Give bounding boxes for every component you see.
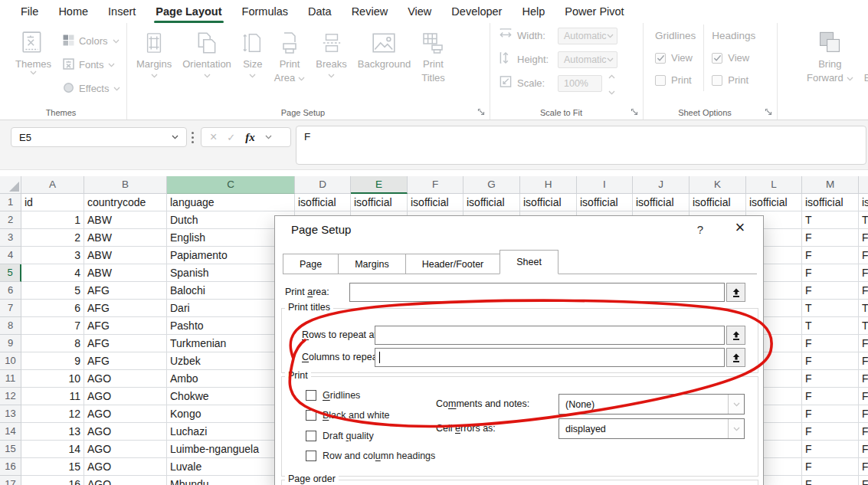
name-box[interactable]: E5 bbox=[11, 127, 187, 147]
cell[interactable]: F bbox=[859, 405, 868, 423]
column-header-f[interactable]: F bbox=[408, 176, 463, 194]
checkbox-gridlines[interactable]: Gridlines bbox=[306, 390, 360, 401]
menu-tab-page-layout[interactable]: Page Layout bbox=[146, 0, 231, 23]
cell[interactable]: F bbox=[802, 335, 859, 352]
cell[interactable]: F bbox=[859, 441, 868, 458]
cell[interactable]: F bbox=[859, 229, 868, 247]
cell[interactable]: F bbox=[859, 247, 868, 264]
cell[interactable]: F bbox=[802, 264, 859, 282]
columns-to-repeat-field[interactable] bbox=[375, 348, 725, 367]
effects-button[interactable]: Effects bbox=[60, 77, 124, 100]
cell[interactable]: F bbox=[802, 405, 859, 423]
menu-tab-power-pivot[interactable]: Power Pivot bbox=[555, 0, 634, 23]
select-all-corner[interactable] bbox=[0, 176, 21, 194]
send-backward-button[interactable]: SendBackward bbox=[859, 23, 868, 84]
print-titles-button[interactable]: PrintTitles bbox=[416, 23, 450, 84]
cell[interactable]: isofficial bbox=[859, 194, 868, 211]
row-header-7[interactable]: 7 bbox=[0, 300, 21, 317]
cell[interactable]: 2 bbox=[21, 229, 84, 247]
row-header-6[interactable]: 6 bbox=[0, 282, 21, 300]
row-header-8[interactable]: 8 bbox=[0, 317, 21, 335]
cell[interactable]: F bbox=[802, 388, 859, 405]
chevron-down-icon[interactable] bbox=[265, 135, 272, 139]
cell[interactable]: 11 bbox=[21, 388, 84, 405]
cell[interactable]: 14 bbox=[21, 441, 84, 458]
cell[interactable]: countrycode bbox=[84, 194, 167, 211]
cell[interactable]: 6 bbox=[21, 300, 84, 317]
cell[interactable]: 7 bbox=[21, 317, 84, 335]
cell[interactable]: F bbox=[802, 370, 859, 388]
cell[interactable]: ABW bbox=[84, 229, 167, 247]
cell[interactable]: T bbox=[859, 211, 868, 229]
cell-errors-as-select[interactable]: displayed bbox=[558, 418, 745, 439]
comments-and-notes-select[interactable]: (None) bbox=[558, 394, 745, 415]
cell[interactable]: isofficial bbox=[633, 194, 689, 211]
cell[interactable]: isofficial bbox=[802, 194, 859, 211]
cell[interactable]: T bbox=[859, 300, 868, 317]
menu-tab-review[interactable]: Review bbox=[342, 0, 398, 23]
cell[interactable]: F bbox=[859, 264, 868, 282]
menu-tab-view[interactable]: View bbox=[398, 0, 441, 23]
cell[interactable]: AGO bbox=[84, 405, 167, 423]
sheet-options-dialog-launcher[interactable] bbox=[765, 106, 774, 115]
columns-to-repeat-collapse-button[interactable] bbox=[726, 348, 745, 367]
row-header-10[interactable]: 10 bbox=[0, 352, 21, 370]
headings-print-checkbox[interactable]: Print bbox=[712, 69, 755, 91]
cell[interactable]: 5 bbox=[21, 282, 84, 300]
scale-dialog-launcher[interactable] bbox=[631, 106, 640, 115]
column-header-h[interactable]: H bbox=[520, 176, 577, 194]
cell[interactable]: AFG bbox=[84, 335, 167, 352]
spinner-stepper[interactable] bbox=[608, 68, 615, 98]
cell[interactable]: 8 bbox=[21, 335, 84, 352]
menu-tab-help[interactable]: Help bbox=[512, 0, 555, 23]
themes-button[interactable]: Themes bbox=[10, 23, 57, 100]
cell[interactable]: language bbox=[167, 194, 295, 211]
print-area-button[interactable]: PrintArea bbox=[269, 23, 310, 84]
cell[interactable]: 10 bbox=[21, 370, 84, 388]
cell[interactable]: AFG bbox=[84, 352, 167, 370]
row-header-14[interactable]: 14 bbox=[0, 423, 21, 441]
column-header-c[interactable]: C bbox=[167, 176, 295, 194]
column-header-k[interactable]: K bbox=[689, 176, 746, 194]
cell[interactable]: F bbox=[859, 335, 868, 352]
rows-to-repeat-field[interactable] bbox=[375, 326, 725, 345]
formula-bar-options-dots[interactable] bbox=[192, 132, 194, 143]
height-value[interactable]: Automatic bbox=[558, 51, 617, 68]
cell[interactable]: isofficial bbox=[520, 194, 577, 211]
row-header-12[interactable]: 12 bbox=[0, 388, 21, 405]
column-header-l[interactable]: L bbox=[746, 176, 802, 194]
formula-input[interactable]: F bbox=[296, 126, 866, 165]
cell[interactable]: 15 bbox=[21, 458, 84, 476]
cell[interactable]: F bbox=[802, 458, 859, 476]
dialog-tab-margins[interactable]: Margins bbox=[338, 254, 405, 274]
row-header-3[interactable]: 3 bbox=[0, 229, 21, 247]
row-header-16[interactable]: 16 bbox=[0, 458, 21, 476]
cell[interactable]: F bbox=[859, 388, 868, 405]
width-value[interactable]: Automatic bbox=[558, 28, 617, 44]
dialog-tab-sheet[interactable]: Sheet bbox=[500, 250, 558, 274]
row-header-17[interactable]: 17 bbox=[0, 476, 21, 485]
menu-tab-home[interactable]: Home bbox=[48, 0, 98, 23]
column-header-m[interactable]: M bbox=[802, 176, 859, 194]
cell[interactable]: AGO bbox=[84, 476, 167, 485]
cell[interactable]: AGO bbox=[84, 388, 167, 405]
background-button[interactable]: Background bbox=[352, 23, 416, 84]
cell[interactable]: F bbox=[859, 423, 868, 441]
orientation-button[interactable]: Orientation bbox=[177, 23, 237, 84]
cell[interactable]: ABW bbox=[84, 247, 167, 264]
cell[interactable]: F bbox=[859, 370, 868, 388]
headings-view-checkbox[interactable]: View bbox=[712, 47, 755, 69]
menu-tab-data[interactable]: Data bbox=[298, 0, 342, 23]
column-header-n[interactable]: N bbox=[859, 176, 868, 194]
cell[interactable]: AFG bbox=[84, 282, 167, 300]
colors-button[interactable]: Colors bbox=[60, 29, 124, 53]
checkbox-row-and-column-headings[interactable]: Row and column headings bbox=[306, 451, 435, 461]
cell[interactable]: AGO bbox=[84, 370, 167, 388]
column-header-i[interactable]: I bbox=[577, 176, 633, 194]
margins-button[interactable]: Margins bbox=[131, 23, 177, 84]
print-area-field[interactable] bbox=[349, 283, 725, 302]
cell[interactable]: F bbox=[802, 282, 859, 300]
scale-value[interactable]: 100% bbox=[558, 75, 602, 92]
cell[interactable]: AGO bbox=[84, 458, 167, 476]
cell[interactable]: isofficial bbox=[689, 194, 746, 211]
